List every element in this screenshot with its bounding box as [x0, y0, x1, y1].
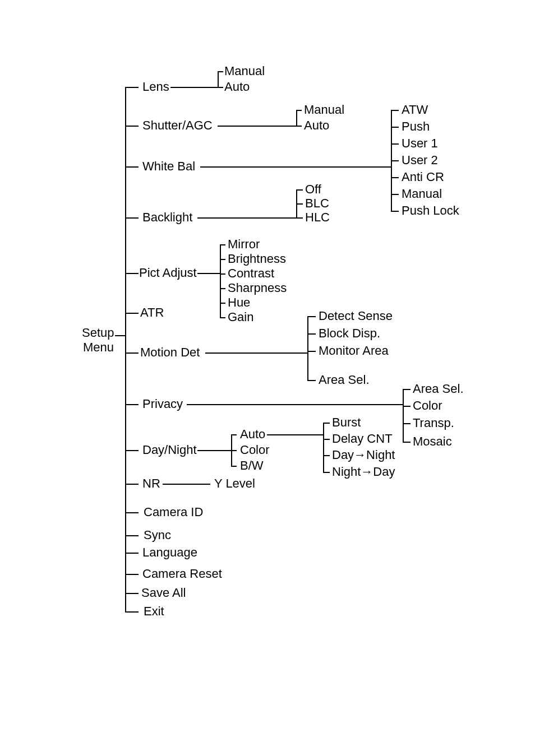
menu-item-bl-blc: BLC: [305, 197, 329, 210]
menu-item-lens: Lens: [142, 81, 169, 93]
menu-item-lens-auto: Auto: [224, 81, 250, 93]
diagram-line: [218, 87, 223, 88]
diagram-line: [197, 273, 220, 274]
menu-item-shutter-agc: Shutter/AGC: [142, 119, 213, 132]
menu-item-dna-daytonight: Day→Night: [332, 449, 395, 461]
diagram-line: [125, 512, 139, 513]
diagram-line: [307, 316, 316, 317]
diagram-line: [220, 273, 225, 275]
diagram-line: [296, 217, 303, 219]
diagram-line: [125, 553, 139, 554]
diagram-line: [403, 389, 411, 390]
menu-item-md-monitorarea: Monitor Area: [319, 345, 389, 357]
diagram-line: [218, 71, 219, 88]
root-label-line1: Setup: [82, 327, 114, 339]
diagram-line: [220, 317, 225, 318]
diagram-line: [197, 217, 296, 219]
menu-item-wb-pushlock: Push Lock: [402, 205, 459, 217]
menu-item-wb-user1: User 1: [402, 137, 438, 150]
menu-item-md-detectsense: Detect Sense: [319, 310, 393, 322]
diagram-line: [115, 335, 125, 336]
menu-item-pa-contrast: Contrast: [228, 267, 274, 280]
diagram-line: [391, 143, 399, 145]
diagram-line: [125, 611, 139, 613]
diagram-line: [125, 574, 139, 575]
menu-item-lens-manual: Manual: [224, 65, 265, 77]
diagram-line: [231, 434, 237, 435]
menu-item-bl-hlc: HLC: [305, 211, 330, 224]
menu-item-wb-user2: User 2: [402, 154, 438, 166]
diagram-line: [267, 434, 323, 435]
diagram-line: [220, 244, 221, 317]
menu-item-pa-hue: Hue: [228, 296, 250, 309]
diagram-line: [187, 404, 403, 405]
menu-item-dn-auto: Auto: [240, 428, 265, 440]
diagram-line: [307, 316, 308, 380]
diagram-line: [125, 404, 139, 405]
diagram-line: [296, 110, 297, 127]
diagram-line: [403, 389, 404, 442]
diagram-line: [125, 126, 139, 127]
menu-item-pa-sharpness: Sharpness: [228, 282, 287, 294]
menu-item-wb-anticr: Anti CR: [402, 171, 444, 183]
menu-item-backlight: Backlight: [142, 211, 192, 224]
diagram-line: [163, 484, 210, 485]
diagram-line: [220, 244, 225, 245]
diagram-line: [403, 423, 411, 424]
diagram-line: [391, 211, 399, 212]
diagram-line: [125, 535, 139, 536]
diagram-line: [220, 303, 225, 304]
diagram-line: [220, 259, 225, 260]
menu-item-nr: NR: [142, 477, 160, 490]
diagram-line: [307, 333, 316, 335]
diagram-line: [125, 217, 139, 219]
diagram-line: [231, 450, 237, 451]
menu-item-md-areasel: Area Sel.: [319, 374, 370, 386]
diagram-line: [231, 466, 237, 467]
diagram-line: [323, 423, 324, 472]
menu-item-save-all: Save All: [141, 587, 186, 599]
menu-item-pv-areasel: Area Sel.: [413, 383, 464, 395]
diagram-line: [296, 189, 303, 191]
diagram-line: [323, 472, 330, 473]
menu-item-shutter-manual: Manual: [304, 104, 344, 116]
menu-item-wb-manual: Manual: [402, 188, 442, 200]
diagram-line: [218, 71, 223, 72]
diagram-line: [323, 455, 330, 456]
menu-item-dna-delaycnt: Delay CNT: [332, 433, 393, 445]
diagram-line: [307, 351, 316, 352]
diagram-line: [403, 442, 411, 443]
diagram-line: [125, 87, 139, 88]
menu-item-pa-gain: Gain: [228, 311, 253, 323]
menu-item-white-bal: White Bal: [142, 160, 195, 173]
diagram-line: [205, 353, 307, 354]
menu-item-dna-burst: Burst: [332, 416, 361, 429]
diagram-line: [391, 127, 399, 128]
menu-item-atr: ATR: [140, 307, 164, 319]
diagram-line: [125, 353, 139, 354]
menu-item-camera-id: Camera ID: [144, 506, 203, 518]
menu-item-pa-mirror: Mirror: [228, 238, 260, 251]
menu-item-dna-nighttoday: Night→Day: [332, 466, 395, 478]
menu-item-wb-atw: ATW: [402, 104, 428, 116]
diagram-line: [125, 313, 139, 314]
menu-item-pict-adjust: Pict Adjust: [139, 267, 197, 279]
menu-item-language: Language: [142, 546, 197, 559]
diagram-line: [296, 110, 302, 111]
diagram-line: [296, 126, 302, 127]
diagram-line: [323, 439, 330, 440]
diagram-line: [125, 87, 126, 613]
diagram-line: [170, 87, 218, 88]
menu-item-nr-ylevel: Y Level: [214, 477, 255, 490]
menu-item-motion-det: Motion Det: [140, 346, 200, 359]
menu-item-pa-brightness: Brightness: [228, 253, 286, 265]
menu-item-sync: Sync: [144, 529, 171, 541]
menu-item-dn-bw: B/W: [240, 460, 264, 472]
diagram-line: [125, 166, 139, 168]
diagram-line: [125, 273, 139, 274]
menu-item-exit: Exit: [144, 605, 164, 618]
diagram-line: [403, 406, 411, 407]
menu-item-pv-mosaic: Mosaic: [413, 435, 452, 448]
diagram-line: [218, 126, 296, 127]
menu-item-md-blockdisp: Block Disp.: [319, 327, 380, 340]
